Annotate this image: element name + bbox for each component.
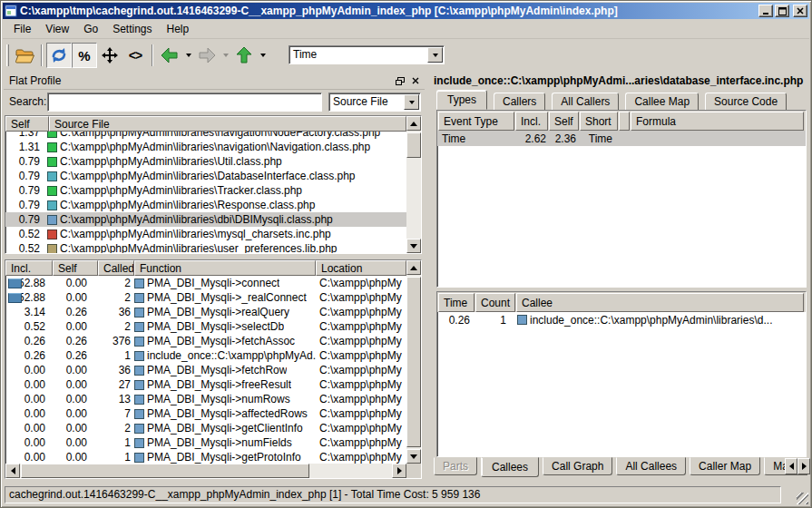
tab-source-code[interactable]: Source Code xyxy=(705,93,787,111)
column-header-self[interactable]: Self xyxy=(53,260,98,276)
function-row[interactable]: 0.000.002PMA_DBI_Mysqli->getClientInfoC:… xyxy=(5,421,406,435)
callee-row[interactable]: 0.261include_once::C:\xampp\phpMyAdmin\l… xyxy=(437,312,806,327)
resize-grip[interactable] xyxy=(797,493,808,504)
float-panel-button[interactable] xyxy=(394,75,406,86)
menu-help[interactable]: Help xyxy=(160,21,197,37)
file-type-icon xyxy=(47,157,57,167)
scroll-right-button[interactable] xyxy=(392,464,406,478)
column-header-short[interactable]: Short xyxy=(580,112,618,131)
menu-settings[interactable]: Settings xyxy=(105,21,159,37)
column-header-incl[interactable]: Incl. xyxy=(515,112,548,131)
column-header-incl[interactable]: Incl. xyxy=(5,260,53,276)
source-file-row[interactable]: 1.31C:\xampp\phpMyAdmin\libraries\naviga… xyxy=(5,140,406,154)
source-file-row[interactable]: 0.79C:\xampp\phpMyAdmin\libraries\Util.c… xyxy=(5,154,406,169)
column-header-source-file[interactable]: Source File xyxy=(49,116,406,132)
tab-types[interactable]: Types xyxy=(436,90,487,110)
grouping-combobox[interactable]: Source File xyxy=(328,93,421,112)
column-header-count[interactable]: Count xyxy=(475,293,515,312)
relative-to-parent-button[interactable] xyxy=(97,43,122,68)
function-row[interactable]: 0.000.0027PMA_DBI_Mysqli->freeResultC:\x… xyxy=(5,377,406,392)
function-list-scrollbar[interactable] xyxy=(406,260,421,464)
tab-callees[interactable]: Callees xyxy=(481,457,539,477)
back-dropdown[interactable] xyxy=(182,43,194,68)
panel-splitter[interactable] xyxy=(425,73,434,481)
function-row[interactable]: 3.140.2636PMA_DBI_Mysqli->realQueryC:\xa… xyxy=(5,305,406,319)
scroll-left-button[interactable] xyxy=(5,464,20,478)
close-button[interactable] xyxy=(793,5,807,17)
event-type-row[interactable]: Time2.622.36Time xyxy=(437,131,806,146)
scrollbar-thumb[interactable] xyxy=(21,464,309,478)
source-file-row[interactable]: 0.79C:\xampp\phpMyAdmin\libraries\dbi\DB… xyxy=(5,212,406,227)
function-row[interactable]: 0.260.261include_once::C:\xampp\phpMyAd.… xyxy=(5,348,406,363)
source-file-row[interactable]: 1.37C:\xampp\phpMyAdmin\libraries\naviga… xyxy=(5,132,406,140)
tab-call-graph[interactable]: Call Graph xyxy=(543,457,612,475)
source-file-row[interactable]: 0.79C:\xampp\phpMyAdmin\libraries\Respon… xyxy=(5,198,406,212)
menu-file[interactable]: File xyxy=(6,21,38,37)
function-row[interactable]: 52.880.002PMA_DBI_Mysqli->_realConnectC:… xyxy=(5,290,406,305)
arrow-right-icon xyxy=(802,463,807,470)
source-file-row[interactable]: 0.52C:\xampp\phpMyAdmin\libraries\mysql_… xyxy=(5,227,406,241)
file-type-icon xyxy=(47,215,57,225)
relative-percent-button[interactable]: % xyxy=(72,43,97,68)
menu-go[interactable]: Go xyxy=(76,21,105,37)
tab-all-callees[interactable]: All Callees xyxy=(616,457,686,475)
event-type-combobox[interactable]: Time xyxy=(289,45,445,64)
minimize-button[interactable] xyxy=(758,5,773,17)
source-file-row[interactable]: 0.79C:\xampp\phpMyAdmin\libraries\Tracke… xyxy=(5,183,406,198)
column-header-self[interactable]: Self xyxy=(5,116,49,132)
toolbar-handle[interactable] xyxy=(6,44,9,66)
up-dropdown[interactable] xyxy=(257,43,269,68)
tab-scroll-left-button[interactable] xyxy=(785,458,797,474)
tab-callee-map[interactable]: Callee Map xyxy=(625,93,699,111)
cycle-percentage-button[interactable] xyxy=(46,43,72,68)
function-row[interactable]: 0.000.007PMA_DBI_Mysqli->affectedRowsC:\… xyxy=(5,406,406,421)
forward-dropdown[interactable] xyxy=(220,43,231,68)
function-row[interactable]: 0.000.0036PMA_DBI_Mysqli->fetchRowC:\xam… xyxy=(5,363,406,377)
tab-callers[interactable]: Callers xyxy=(494,93,545,111)
column-header-callee[interactable]: Callee xyxy=(516,293,804,312)
function-row[interactable]: 0.260.26376PMA_DBI_Mysqli->fetchAssocC:\… xyxy=(5,334,406,348)
maximize-button[interactable] xyxy=(775,5,789,17)
forward-button[interactable] xyxy=(194,43,220,68)
search-input[interactable] xyxy=(47,93,322,112)
menu-view[interactable]: View xyxy=(38,21,76,37)
source-file-row[interactable]: 0.79C:\xampp\phpMyAdmin\libraries\Databa… xyxy=(5,169,406,183)
tab-all-callers[interactable]: All Callers xyxy=(552,93,619,111)
column-header-spacer[interactable] xyxy=(619,112,630,131)
close-panel-button[interactable] xyxy=(409,75,421,86)
column-header-function[interactable]: Function xyxy=(134,260,316,276)
function-row[interactable]: 0.520.002PMA_DBI_Mysqli->selectDbC:\xamp… xyxy=(5,319,406,334)
function-list-hscrollbar[interactable] xyxy=(5,464,406,478)
column-header-event-type[interactable]: Event Type xyxy=(438,112,514,131)
back-button[interactable] xyxy=(157,43,182,68)
column-header-self[interactable]: Self xyxy=(549,112,579,131)
scrollbar-thumb[interactable] xyxy=(406,132,421,158)
source-list-scrollbar[interactable] xyxy=(406,116,421,253)
up-button[interactable] xyxy=(231,43,257,68)
arrow-left-icon xyxy=(789,463,794,470)
minimize-icon xyxy=(762,7,770,15)
function-row[interactable]: 0.000.0013PMA_DBI_Mysqli->numRowsC:\xamp… xyxy=(5,392,406,406)
scrollbar-thumb[interactable] xyxy=(406,277,421,447)
column-header-location[interactable]: Location xyxy=(316,260,406,276)
combo-dropdown-button[interactable] xyxy=(427,47,443,63)
scroll-up-button[interactable] xyxy=(406,260,421,275)
combo-dropdown-button[interactable] xyxy=(404,94,419,110)
source-file-row[interactable]: 0.52C:\xampp\phpMyAdmin\libraries\user_p… xyxy=(5,241,406,253)
column-header-formula[interactable]: Formula xyxy=(631,112,804,131)
title-bar[interactable]: C:\xampp\tmp\cachegrind.out.1416463299-C… xyxy=(3,3,809,19)
file-type-icon xyxy=(47,142,57,152)
scroll-down-button[interactable] xyxy=(406,449,421,464)
shorten-templates-button[interactable]: <> xyxy=(122,43,148,68)
flat-profile-titlebar[interactable]: Flat Profile xyxy=(4,73,425,90)
tab-caller-map[interactable]: Caller Map xyxy=(690,457,760,475)
column-header-called[interactable]: Called xyxy=(98,260,134,276)
scroll-down-button[interactable] xyxy=(406,239,421,253)
function-row[interactable]: 0.000.001PMA_DBI_Mysqli->numFieldsC:\xam… xyxy=(5,435,406,450)
open-file-button[interactable] xyxy=(12,43,37,68)
scroll-up-button[interactable] xyxy=(406,116,421,131)
tab-scroll-right-button[interactable] xyxy=(797,458,810,474)
function-row[interactable]: 52.880.002PMA_DBI_Mysqli->connectC:\xamp… xyxy=(5,276,406,290)
column-header-time[interactable]: Time xyxy=(438,293,474,312)
function-row[interactable]: 0.000.001PMA_DBI_Mysqli->getProtoInfoC:\… xyxy=(5,450,406,464)
